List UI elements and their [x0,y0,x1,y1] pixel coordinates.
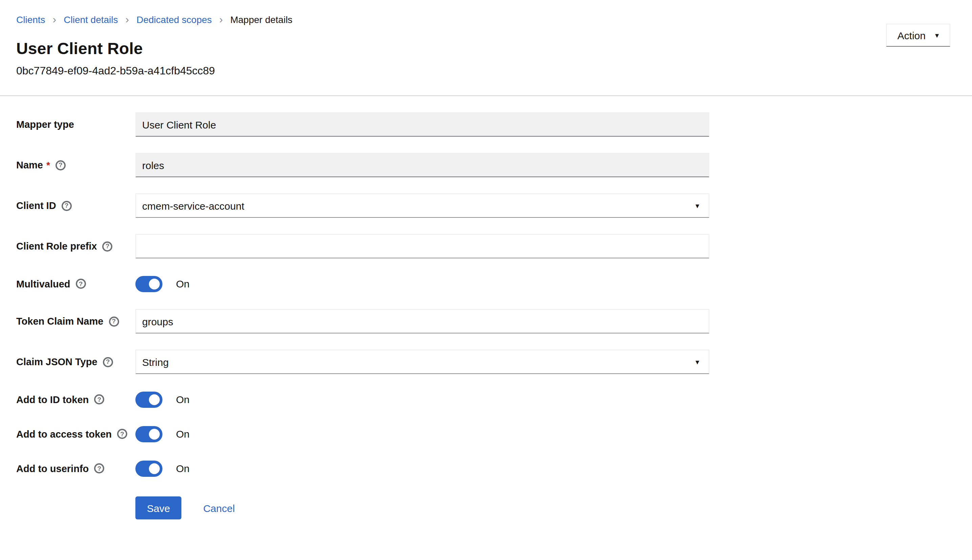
client-role-prefix-label: Client Role prefix? [16,240,135,252]
add-to-userinfo-state-label: On [176,463,190,474]
field-row-client-role-prefix: Client Role prefix? [16,234,956,258]
multivalued-toggle-group: On [135,276,709,292]
mapper-type-label-text: Mapper type [16,118,74,130]
token-claim-name-label-text: Token Claim Name [16,315,103,327]
name-label: Name*? [16,159,135,171]
question-circle-icon[interactable]: ? [55,160,66,170]
client-id-select[interactable]: cmem-service-account▾ [135,193,709,218]
client-id-label: Client ID? [16,200,135,212]
save-button[interactable]: Save [135,497,181,519]
question-circle-icon[interactable]: ? [76,278,86,289]
field-row-client-id: Client ID?cmem-service-account▾ [16,193,956,218]
mapper-type-input [135,112,709,137]
action-dropdown-label: Action [898,29,926,41]
field-row-multivalued: Multivalued?On [16,275,956,293]
switch-knob [149,278,160,289]
page-header: Clients›Client details›Dedicated scopes›… [0,0,972,96]
claim-json-type-select[interactable]: String▾ [135,350,709,374]
add-to-access-token-label: Add to access token? [16,428,135,440]
breadcrumb-item-client-details[interactable]: Client details [63,14,118,25]
field-row-token-claim-name: Token Claim Name? [16,309,956,333]
field-row-add-to-id-token: Add to ID token?On [16,390,956,408]
multivalued-label: Multivalued? [16,278,135,290]
field-row-add-to-access-token: Add to access token?On [16,425,956,443]
field-row-mapper-type: Mapper type [16,112,956,137]
action-dropdown-button[interactable]: Action ▾ [886,24,950,47]
cancel-link[interactable]: Cancel [203,502,235,514]
question-circle-icon[interactable]: ? [117,429,127,439]
multivalued-state-label: On [176,278,190,290]
client-id-label-text: Client ID [16,200,56,212]
add-to-userinfo-label-text: Add to userinfo [16,462,89,475]
switch-knob [149,428,160,439]
question-circle-icon[interactable]: ? [94,394,104,405]
client-role-prefix-input[interactable] [135,234,709,258]
angle-right-icon: › [53,15,57,24]
form-actions: Save Cancel [16,497,956,519]
breadcrumb-item-mapper-details: Mapper details [230,14,292,25]
add-to-userinfo-toggle-group: On [135,460,709,477]
add-to-id-token-toggle-group: On [135,391,709,407]
add-to-id-token-state-label: On [176,393,190,405]
multivalued-toggle[interactable] [135,276,162,292]
add-to-access-token-toggle[interactable] [135,426,162,442]
question-circle-icon[interactable]: ? [62,200,72,211]
breadcrumb-item-dedicated-scopes[interactable]: Dedicated scopes [136,14,212,25]
claim-json-type-label-text: Claim JSON Type [16,356,97,368]
mapper-details-page: Clients›Client details›Dedicated scopes›… [0,0,972,560]
question-circle-icon[interactable]: ? [109,316,119,326]
claim-json-type-label: Claim JSON Type? [16,356,135,368]
add-to-id-token-label: Add to ID token? [16,393,135,405]
caret-down-icon: ▾ [935,32,939,39]
page-title: User Client Role [16,38,956,59]
caret-down-icon: ▾ [695,202,699,209]
add-to-access-token-label-text: Add to access token [16,428,112,440]
question-circle-icon[interactable]: ? [94,463,104,473]
client-id-selected-value: cmem-service-account [142,200,244,212]
form-rows: Mapper typeName*?Client ID?cmem-service-… [16,112,956,477]
field-row-add-to-userinfo: Add to userinfo?On [16,459,956,477]
add-to-userinfo-label: Add to userinfo? [16,462,135,475]
add-to-id-token-label-text: Add to ID token [16,393,89,405]
breadcrumb-item-clients[interactable]: Clients [16,14,45,25]
add-to-access-token-toggle-group: On [135,426,709,442]
question-circle-icon[interactable]: ? [103,357,113,367]
mapper-id-text: 0bc77849-ef09-4ad2-b59a-a41cfb45cc89 [16,64,956,78]
claim-json-type-selected-value: String [142,356,169,368]
add-to-access-token-state-label: On [176,428,190,440]
switch-knob [149,394,160,405]
required-indicator: * [46,159,50,171]
mapper-form: Mapper typeName*?Client ID?cmem-service-… [0,96,972,536]
field-row-name: Name*? [16,153,956,177]
switch-knob [149,463,160,474]
field-row-claim-json-type: Claim JSON Type?String▾ [16,350,956,374]
breadcrumb: Clients›Client details›Dedicated scopes›… [16,14,956,25]
name-label-text: Name [16,159,43,171]
question-circle-icon[interactable]: ? [102,241,113,251]
add-to-userinfo-toggle[interactable] [135,460,162,477]
caret-down-icon: ▾ [695,358,699,365]
angle-right-icon: › [125,15,129,24]
name-input [135,153,709,177]
mapper-type-label: Mapper type [16,118,135,130]
client-role-prefix-label-text: Client Role prefix [16,240,97,252]
multivalued-label-text: Multivalued [16,278,70,290]
token-claim-name-input[interactable] [135,309,709,333]
add-to-id-token-toggle[interactable] [135,391,162,407]
angle-right-icon: › [219,15,223,24]
token-claim-name-label: Token Claim Name? [16,315,135,327]
